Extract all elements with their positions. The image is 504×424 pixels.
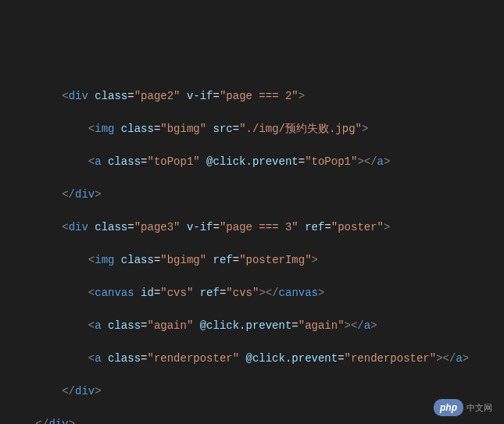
code-line: <div class="page2" v-if="page === 2"> xyxy=(0,88,504,105)
watermark-text: 中文网 xyxy=(466,401,492,415)
php-logo-icon: php xyxy=(434,399,463,416)
code-line: </div> xyxy=(0,187,504,203)
code-line: <img class="bgimg" ref="posterImg"> xyxy=(0,252,504,269)
code-line: <a class="again" @click.prevent="again">… xyxy=(0,318,504,334)
watermark: php 中文网 xyxy=(434,399,492,416)
code-editor: <div class="page2" v-if="page === 2"> <i… xyxy=(0,72,504,424)
code-line: </div> xyxy=(0,383,504,400)
code-line: <div class="page3" v-if="page === 3" ref… xyxy=(0,219,504,236)
code-line: </div> xyxy=(0,416,504,424)
code-line: <a class="toPop1" @click.prevent="toPop1… xyxy=(0,154,504,170)
code-line: <img class="bgimg" src="./img/预约失败.jpg"> xyxy=(0,121,504,137)
code-line: <a class="renderposter" @click.prevent="… xyxy=(0,351,504,367)
code-line: <canvas id="cvs" ref="cvs"></canvas> xyxy=(0,285,504,301)
